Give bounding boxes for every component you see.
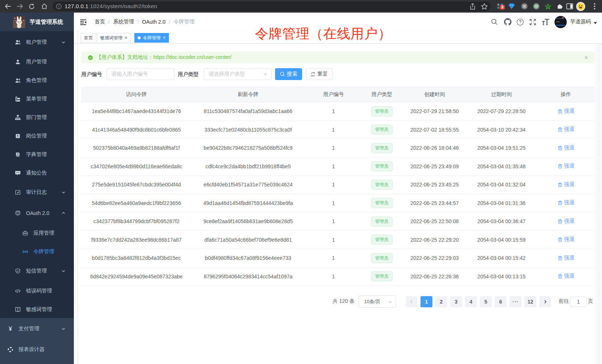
svg-text:⌘: ⌘ xyxy=(523,4,527,9)
